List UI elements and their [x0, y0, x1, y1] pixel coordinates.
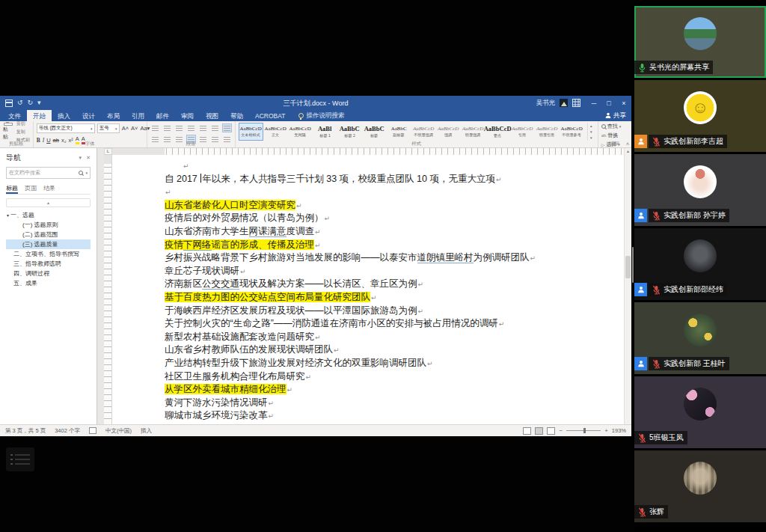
sort-icon[interactable] — [210, 123, 220, 132]
web-layout-icon[interactable] — [547, 427, 555, 435]
document-line[interactable]: 山东省老龄化人口时空演变研究↵ — [165, 199, 623, 213]
style-chip[interactable]: AaBl标题 1 — [313, 123, 337, 141]
tell-me-search[interactable]: 操作说明搜索 — [298, 110, 344, 121]
vertical-ruler[interactable] — [104, 155, 112, 424]
redo-icon[interactable]: ↻ — [28, 100, 34, 106]
font-name-select[interactable]: 等线 (西文正文)▾ — [37, 123, 95, 133]
nav-item[interactable]: 三、指导教师选聘 — [6, 259, 91, 269]
tab-stop-selector[interactable]: L — [104, 148, 112, 155]
nav-results-arrows[interactable]: ▲ — [6, 198, 91, 207]
nav-item[interactable]: ▾ 一、选题 — [6, 210, 91, 220]
show-marks-icon[interactable] — [222, 123, 232, 132]
cut-button[interactable]: 剪切 — [16, 120, 30, 127]
style-chip[interactable]: AaBbCcD文本框样式 — [239, 123, 263, 141]
styles-gallery-scroll[interactable]: ▲▼▼ — [587, 123, 595, 141]
ribbon-tab-ACROBAT[interactable]: ACROBAT — [249, 110, 291, 121]
account-avatar[interactable] — [560, 99, 568, 107]
ribbon-tab-开始[interactable]: 开始 — [27, 110, 52, 121]
ribbon-tab-插入[interactable]: 插入 — [52, 110, 76, 121]
nav-item[interactable]: (二) 选题范围 — [6, 230, 91, 239]
scrollbar-thumb[interactable] — [625, 256, 631, 278]
nav-pane-options-icon[interactable]: ▾ — [79, 155, 82, 161]
style-chip[interactable]: AaBbCcD要点 — [485, 123, 510, 141]
zoom-in-icon[interactable]: + — [604, 427, 608, 434]
style-chip[interactable]: AaBbCcD明显引用 — [535, 123, 560, 141]
share-button[interactable]: 共享 — [605, 110, 626, 121]
document-search-input[interactable]: 在文档中搜索 ▾ — [6, 167, 91, 179]
style-chip[interactable]: AaBbCcD强调 — [436, 123, 461, 141]
zoom-slider-thumb[interactable] — [583, 428, 586, 433]
font-size-select[interactable]: 五号▾ — [97, 123, 120, 133]
participant-tile[interactable]: 张辉 — [634, 450, 766, 522]
style-chip[interactable]: AaBbCcD明显强调 — [461, 123, 485, 141]
ribbon-tab-邮件[interactable]: 邮件 — [150, 110, 175, 121]
minimize-button[interactable]: ─ — [586, 96, 601, 110]
participant-tile[interactable]: 实践创新部 孙宇婷 — [634, 154, 766, 226]
increase-indent-icon[interactable] — [198, 123, 208, 132]
zoom-slider[interactable] — [566, 430, 601, 431]
meeting-toolbar-list-icon[interactable] — [6, 447, 34, 471]
ribbon-tab-审阅[interactable]: 审阅 — [175, 110, 200, 121]
ribbon-display-options-icon[interactable] — [572, 99, 580, 107]
status-insert-mode[interactable]: 插入 — [141, 427, 152, 435]
zoom-out-icon[interactable]: − — [559, 427, 563, 434]
undo-icon[interactable]: ↺ — [17, 100, 23, 106]
document-line[interactable]: 济南新区公交交通现状及解决方案——以长清区、章丘区为例↵ — [165, 278, 623, 291]
numbering-icon[interactable] — [162, 123, 172, 132]
copy-button[interactable]: 复制 — [16, 129, 30, 135]
document-scrollbar[interactable]: ▲ — [624, 148, 631, 424]
participant-tile[interactable]: 实践创新部 王桂叶 — [634, 302, 766, 374]
style-chip[interactable]: AaBbC标题 2 — [337, 123, 362, 141]
bullets-icon[interactable] — [150, 123, 160, 132]
replace-button[interactable]: ab替换 — [601, 132, 628, 139]
document-line[interactable]: ↵ — [165, 186, 623, 199]
document-line[interactable]: 聊城市城乡环境污染改革↵ — [165, 409, 623, 423]
document-line[interactable]: 基于百度热力图的公交站点空间布局量化研究团队↵ — [165, 291, 623, 305]
qat-customize-icon[interactable]: ▾ — [37, 100, 41, 106]
document-line[interactable]: 产业结构转型升级下旅游业发展对经济文化的双重影响调研团队↵ — [165, 357, 623, 370]
collapse-triangle-icon[interactable]: ▾ — [7, 213, 9, 218]
document-line[interactable]: 山东省济南市大学生网课满意度调查↵ — [165, 225, 623, 239]
nav-tab-标题[interactable]: 标题 — [6, 184, 18, 192]
style-chip[interactable]: AaBbCcD无间隔 — [288, 123, 313, 141]
style-chip[interactable]: AaBbCcD正文 — [263, 123, 288, 141]
document-line[interactable]: 疫情后的对外贸易情况（以青岛为例）↵ — [165, 212, 623, 225]
document-line[interactable]: 自 2017 年以来，本人共指导三千计划 33 项，校级重点团队 10 项，无重… — [165, 173, 623, 186]
document-line[interactable]: 黄河下游水污染情况调研↵ — [165, 397, 623, 410]
nav-tab-页面[interactable]: 页面 — [25, 184, 37, 192]
nav-item[interactable]: 五、成果 — [6, 278, 91, 288]
participant-tile[interactable]: 实践创新部李吉超 — [634, 80, 766, 152]
document-line[interactable]: 新型农村基础设施配套改造问题研究↵ — [165, 331, 623, 344]
status-language[interactable]: 中文(中国) — [105, 427, 132, 435]
close-button[interactable]: × — [616, 96, 631, 110]
document-page[interactable]: ↵自 2017 年以来，本人共指导三千计划 33 项，校级重点团队 10 项，无… — [112, 155, 625, 424]
ribbon-tab-引用[interactable]: 引用 — [126, 110, 150, 121]
document-line[interactable]: ↵ — [165, 159, 623, 173]
style-chip[interactable]: AaBbC标题 — [362, 123, 387, 141]
zoom-level[interactable]: 193% — [612, 427, 626, 434]
participant-tile[interactable]: 吴书光的屏幕共享 — [634, 6, 766, 78]
participant-tile[interactable]: 5班银玉凤 — [634, 376, 766, 448]
grow-font-icon[interactable]: A˄ — [122, 125, 129, 132]
proofing-icon[interactable] — [89, 427, 96, 434]
decrease-indent-icon[interactable] — [186, 123, 196, 132]
document-line[interactable]: 于海峡西岸经济区发展历程及现状——以平潭国际旅游岛为例↵ — [165, 305, 623, 318]
find-button[interactable]: 查找▾ — [601, 123, 628, 130]
document-line[interactable]: 乡村振兴战略背景下乡村旅游对当地发展的影响——以泰安市道朗镇里峪村为例调研团队↵ — [165, 251, 623, 265]
ribbon-tab-帮助[interactable]: 帮助 — [224, 110, 249, 121]
scroll-up-icon[interactable]: ▲ — [625, 148, 631, 155]
ribbon-tab-设计[interactable]: 设计 — [76, 110, 101, 121]
ribbon-tab-布局[interactable]: 布局 — [101, 110, 126, 121]
save-icon[interactable] — [5, 100, 13, 107]
print-layout-icon[interactable] — [535, 427, 543, 435]
read-mode-icon[interactable] — [523, 427, 531, 435]
status-page[interactable]: 第 3 页，共 5 页 — [5, 427, 46, 435]
ribbon-tab-视图[interactable]: 视图 — [200, 110, 224, 121]
collapse-ribbon-icon[interactable]: ˄ — [626, 141, 629, 147]
document-line[interactable]: 关于控制火灾的“生命之路”——消防通道在济南市小区的安排与被占用情况的调研↵ — [165, 317, 623, 331]
nav-pane-close-icon[interactable]: ✕ — [86, 155, 91, 161]
sidebar-scrollbar[interactable] — [632, 247, 634, 283]
restore-button[interactable]: □ — [601, 96, 616, 110]
nav-item[interactable]: (三) 选题质量 — [6, 239, 91, 249]
multilevel-list-icon[interactable] — [174, 123, 184, 132]
